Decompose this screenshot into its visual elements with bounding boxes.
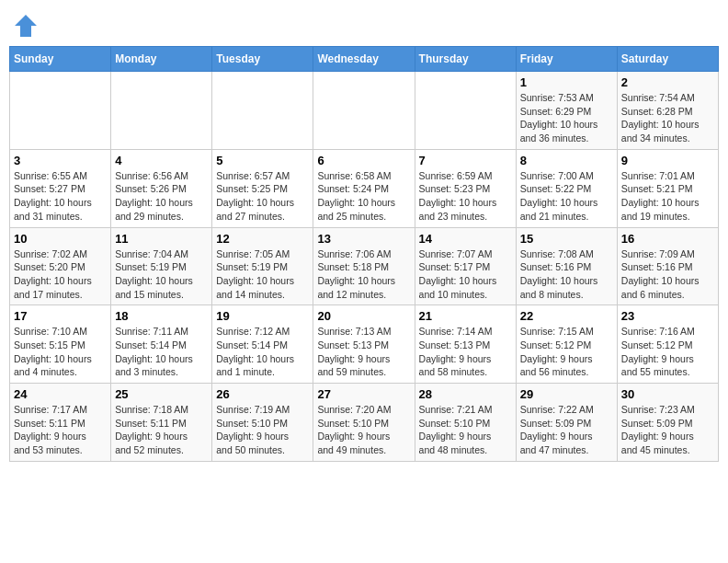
- day-number: 15: [520, 232, 613, 246]
- day-info: Sunrise: 7:04 AM Sunset: 5:19 PM Dayligh…: [115, 247, 208, 302]
- day-number: 18: [115, 309, 208, 323]
- calendar-cell: 2Sunrise: 7:54 AM Sunset: 6:28 PM Daylig…: [617, 72, 718, 150]
- calendar-cell: 27Sunrise: 7:20 AM Sunset: 5:10 PM Dayli…: [313, 384, 415, 462]
- calendar-header: SundayMondayTuesdayWednesdayThursdayFrid…: [10, 47, 719, 72]
- calendar-cell: 15Sunrise: 7:08 AM Sunset: 5:16 PM Dayli…: [516, 227, 617, 305]
- day-info: Sunrise: 7:15 AM Sunset: 5:12 PM Dayligh…: [520, 325, 613, 379]
- calendar-cell: 24Sunrise: 7:17 AM Sunset: 5:11 PM Dayli…: [10, 384, 111, 462]
- day-info: Sunrise: 7:10 AM Sunset: 5:15 PM Dayligh…: [14, 325, 107, 379]
- calendar-cell: 14Sunrise: 7:07 AM Sunset: 5:17 PM Dayli…: [415, 227, 516, 305]
- day-info: Sunrise: 7:21 AM Sunset: 5:10 PM Dayligh…: [419, 403, 512, 457]
- day-number: 22: [520, 309, 613, 323]
- day-number: 11: [115, 232, 208, 246]
- calendar-cell: 17Sunrise: 7:10 AM Sunset: 5:15 PM Dayli…: [10, 305, 111, 384]
- weekday-header-thursday: Thursday: [415, 47, 516, 72]
- calendar-cell: 16Sunrise: 7:09 AM Sunset: 5:16 PM Dayli…: [617, 227, 718, 305]
- day-number: 1: [520, 75, 613, 89]
- weekday-header-friday: Friday: [516, 47, 617, 72]
- calendar-cell: 18Sunrise: 7:11 AM Sunset: 5:14 PM Dayli…: [111, 305, 212, 384]
- day-info: Sunrise: 6:55 AM Sunset: 5:27 PM Dayligh…: [14, 169, 107, 224]
- day-number: 24: [14, 387, 107, 401]
- calendar-cell: 13Sunrise: 7:06 AM Sunset: 5:18 PM Dayli…: [313, 227, 415, 305]
- calendar-cell: 7Sunrise: 6:59 AM Sunset: 5:23 PM Daylig…: [415, 149, 516, 227]
- day-info: Sunrise: 6:58 AM Sunset: 5:24 PM Dayligh…: [317, 169, 410, 224]
- week-row-0: 1Sunrise: 7:53 AM Sunset: 6:29 PM Daylig…: [10, 72, 719, 150]
- calendar-cell: 20Sunrise: 7:13 AM Sunset: 5:13 PM Dayli…: [313, 305, 415, 384]
- day-info: Sunrise: 7:12 AM Sunset: 5:14 PM Dayligh…: [216, 325, 309, 379]
- day-info: Sunrise: 6:59 AM Sunset: 5:23 PM Dayligh…: [419, 169, 512, 224]
- calendar-cell: 30Sunrise: 7:23 AM Sunset: 5:09 PM Dayli…: [617, 384, 718, 462]
- day-info: Sunrise: 7:02 AM Sunset: 5:20 PM Dayligh…: [14, 247, 107, 302]
- day-info: Sunrise: 7:22 AM Sunset: 5:09 PM Dayligh…: [520, 403, 613, 457]
- day-info: Sunrise: 7:00 AM Sunset: 5:22 PM Dayligh…: [520, 169, 613, 224]
- day-number: 29: [520, 387, 613, 401]
- week-row-3: 17Sunrise: 7:10 AM Sunset: 5:15 PM Dayli…: [10, 305, 719, 384]
- day-info: Sunrise: 7:19 AM Sunset: 5:10 PM Dayligh…: [216, 403, 309, 457]
- header: [9, 9, 719, 39]
- day-number: 21: [419, 309, 512, 323]
- day-info: Sunrise: 6:57 AM Sunset: 5:25 PM Dayligh…: [216, 169, 309, 224]
- calendar-cell: 10Sunrise: 7:02 AM Sunset: 5:20 PM Dayli…: [10, 227, 111, 305]
- day-number: 7: [419, 154, 512, 167]
- logo-icon: [13, 13, 39, 39]
- day-number: 10: [14, 232, 107, 246]
- week-row-4: 24Sunrise: 7:17 AM Sunset: 5:11 PM Dayli…: [10, 384, 719, 462]
- calendar-cell: 3Sunrise: 6:55 AM Sunset: 5:27 PM Daylig…: [10, 149, 111, 227]
- day-number: 25: [115, 387, 208, 401]
- day-info: Sunrise: 7:13 AM Sunset: 5:13 PM Dayligh…: [317, 325, 410, 379]
- day-number: 5: [216, 154, 309, 167]
- day-number: 20: [317, 309, 410, 323]
- calendar-cell: 5Sunrise: 6:57 AM Sunset: 5:25 PM Daylig…: [212, 149, 313, 227]
- day-number: 13: [317, 232, 410, 246]
- day-number: 8: [520, 154, 613, 167]
- weekday-row: SundayMondayTuesdayWednesdayThursdayFrid…: [10, 47, 719, 72]
- day-info: Sunrise: 7:53 AM Sunset: 6:29 PM Dayligh…: [520, 91, 613, 145]
- day-info: Sunrise: 7:08 AM Sunset: 5:16 PM Dayligh…: [520, 247, 613, 302]
- calendar-body: 1Sunrise: 7:53 AM Sunset: 6:29 PM Daylig…: [10, 72, 719, 462]
- calendar-cell: [415, 72, 516, 150]
- day-info: Sunrise: 7:18 AM Sunset: 5:11 PM Dayligh…: [115, 403, 208, 457]
- day-info: Sunrise: 7:07 AM Sunset: 5:17 PM Dayligh…: [419, 247, 512, 302]
- day-number: 6: [317, 154, 410, 167]
- day-info: Sunrise: 7:01 AM Sunset: 5:21 PM Dayligh…: [621, 169, 714, 224]
- weekday-header-tuesday: Tuesday: [212, 47, 313, 72]
- day-number: 2: [621, 75, 714, 89]
- calendar-cell: 19Sunrise: 7:12 AM Sunset: 5:14 PM Dayli…: [212, 305, 313, 384]
- day-info: Sunrise: 6:56 AM Sunset: 5:26 PM Dayligh…: [115, 169, 208, 224]
- calendar-cell: 4Sunrise: 6:56 AM Sunset: 5:26 PM Daylig…: [111, 149, 212, 227]
- day-info: Sunrise: 7:14 AM Sunset: 5:13 PM Dayligh…: [419, 325, 512, 379]
- logo: [9, 13, 39, 39]
- day-info: Sunrise: 7:06 AM Sunset: 5:18 PM Dayligh…: [317, 247, 410, 302]
- day-number: 14: [419, 232, 512, 246]
- day-number: 3: [14, 154, 107, 167]
- calendar-cell: 25Sunrise: 7:18 AM Sunset: 5:11 PM Dayli…: [111, 384, 212, 462]
- weekday-header-wednesday: Wednesday: [313, 47, 415, 72]
- calendar-cell: 8Sunrise: 7:00 AM Sunset: 5:22 PM Daylig…: [516, 149, 617, 227]
- day-info: Sunrise: 7:09 AM Sunset: 5:16 PM Dayligh…: [621, 247, 714, 302]
- calendar-cell: [111, 72, 212, 150]
- day-number: 4: [115, 154, 208, 167]
- day-number: 30: [621, 387, 714, 401]
- calendar-cell: 21Sunrise: 7:14 AM Sunset: 5:13 PM Dayli…: [415, 305, 516, 384]
- calendar-cell: 1Sunrise: 7:53 AM Sunset: 6:29 PM Daylig…: [516, 72, 617, 150]
- weekday-header-saturday: Saturday: [617, 47, 718, 72]
- day-info: Sunrise: 7:23 AM Sunset: 5:09 PM Dayligh…: [621, 403, 714, 457]
- day-number: 16: [621, 232, 714, 246]
- week-row-2: 10Sunrise: 7:02 AM Sunset: 5:20 PM Dayli…: [10, 227, 719, 305]
- day-info: Sunrise: 7:17 AM Sunset: 5:11 PM Dayligh…: [14, 403, 107, 457]
- weekday-header-sunday: Sunday: [10, 47, 111, 72]
- day-number: 12: [216, 232, 309, 246]
- calendar-cell: 29Sunrise: 7:22 AM Sunset: 5:09 PM Dayli…: [516, 384, 617, 462]
- calendar-cell: 26Sunrise: 7:19 AM Sunset: 5:10 PM Dayli…: [212, 384, 313, 462]
- calendar-cell: 23Sunrise: 7:16 AM Sunset: 5:12 PM Dayli…: [617, 305, 718, 384]
- day-number: 17: [14, 309, 107, 323]
- calendar-cell: 9Sunrise: 7:01 AM Sunset: 5:21 PM Daylig…: [617, 149, 718, 227]
- day-number: 9: [621, 154, 714, 167]
- day-number: 27: [317, 387, 410, 401]
- calendar: SundayMondayTuesdayWednesdayThursdayFrid…: [9, 46, 719, 462]
- day-info: Sunrise: 7:20 AM Sunset: 5:10 PM Dayligh…: [317, 403, 410, 457]
- weekday-header-monday: Monday: [111, 47, 212, 72]
- calendar-cell: [313, 72, 415, 150]
- calendar-cell: 28Sunrise: 7:21 AM Sunset: 5:10 PM Dayli…: [415, 384, 516, 462]
- calendar-cell: 11Sunrise: 7:04 AM Sunset: 5:19 PM Dayli…: [111, 227, 212, 305]
